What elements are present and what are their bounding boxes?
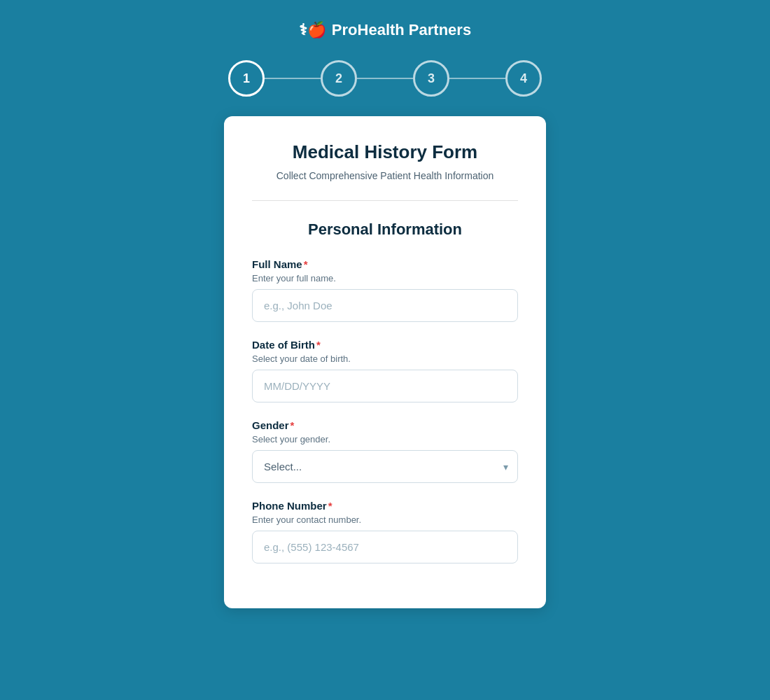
gender-select[interactable]: Select... Male Female Non-binary Prefer … xyxy=(252,450,518,483)
step-line-2-3 xyxy=(357,78,413,79)
logo: ⚕🍎 ProHealth Partners xyxy=(299,21,471,39)
brand-name: ProHealth Partners xyxy=(332,21,471,39)
phone-label: Phone Number * xyxy=(252,500,518,512)
step-3[interactable]: 3 xyxy=(413,60,449,97)
field-group-phone: Phone Number * Enter your contact number… xyxy=(252,500,518,564)
progress-stepper: 1 2 3 4 xyxy=(228,60,542,97)
full-name-input[interactable] xyxy=(252,289,518,322)
dob-label: Date of Birth * xyxy=(252,339,518,351)
gender-label: Gender * xyxy=(252,419,518,431)
logo-icon: ⚕🍎 xyxy=(299,21,326,39)
dob-input[interactable] xyxy=(252,370,518,402)
field-group-dob: Date of Birth * Select your date of birt… xyxy=(252,339,518,402)
field-group-full-name: Full Name * Enter your full name. xyxy=(252,258,518,322)
form-title: Medical History Form xyxy=(252,141,518,163)
gender-hint: Select your gender. xyxy=(252,434,518,444)
step-2[interactable]: 2 xyxy=(321,60,357,97)
full-name-required: * xyxy=(304,258,308,270)
field-group-gender: Gender * Select your gender. Select... M… xyxy=(252,419,518,483)
section-divider xyxy=(252,200,518,201)
gender-select-wrapper: Select... Male Female Non-binary Prefer … xyxy=(252,450,518,483)
dob-required: * xyxy=(316,339,321,351)
dob-hint: Select your date of birth. xyxy=(252,354,518,364)
section-title: Personal Information xyxy=(252,220,518,239)
form-card: Medical History Form Collect Comprehensi… xyxy=(224,116,546,608)
gender-required: * xyxy=(290,419,295,431)
step-line-1-2 xyxy=(265,78,321,79)
phone-hint: Enter your contact number. xyxy=(252,514,518,525)
phone-input[interactable] xyxy=(252,531,518,564)
full-name-label: Full Name * xyxy=(252,258,518,270)
step-line-3-4 xyxy=(449,78,505,79)
full-name-hint: Enter your full name. xyxy=(252,273,518,284)
step-4[interactable]: 4 xyxy=(505,60,542,97)
step-1[interactable]: 1 xyxy=(228,60,265,97)
phone-required: * xyxy=(328,500,332,512)
form-subtitle: Collect Comprehensive Patient Health Inf… xyxy=(252,169,518,183)
